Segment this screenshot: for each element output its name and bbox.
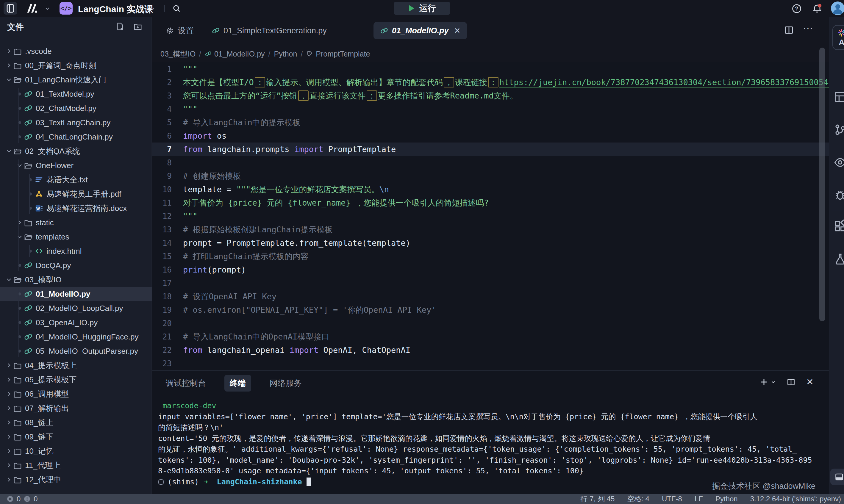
- notifications-bell-icon[interactable]: [812, 3, 823, 14]
- status-item[interactable]: Python: [715, 495, 738, 503]
- breadcrumb-item-Python[interactable]: Python: [274, 50, 297, 58]
- breadcrumb-label: 01_ModelIO.py: [214, 50, 265, 58]
- chevron-right-icon[interactable]: [5, 433, 13, 440]
- chevron-down-icon[interactable]: [5, 148, 13, 155]
- tree-item-10_记忆[interactable]: 10_记忆: [0, 444, 152, 458]
- layout-icon[interactable]: [833, 90, 844, 104]
- tree-item-易速鲜花运营指南.docx[interactable]: W易速鲜花运营指南.docx: [0, 201, 152, 215]
- tree-item-01_ModelIO.py[interactable]: 01_ModelIO.py: [0, 287, 152, 301]
- chevron-right-icon[interactable]: [5, 362, 13, 369]
- tree-item-12_代理中[interactable]: 12_代理中: [0, 472, 152, 487]
- tree-item-02_ChatModel.py[interactable]: 02_ChatModel.py: [0, 101, 152, 115]
- watch-eye-icon[interactable]: [833, 156, 844, 169]
- tree-item-05_ModelIO_OutputParser.py[interactable]: 05_ModelIO_OutputParser.py: [0, 344, 152, 358]
- tree-item-03_OpenAI_IO.py[interactable]: 03_OpenAI_IO.py: [0, 316, 152, 330]
- status-item[interactable]: LF: [695, 495, 703, 503]
- help-icon[interactable]: ?: [792, 4, 802, 14]
- chevron-right-icon[interactable]: [5, 376, 13, 383]
- run-button[interactable]: 运行: [394, 2, 450, 15]
- user-avatar[interactable]: [831, 1, 844, 15]
- chevron-right-icon[interactable]: [5, 404, 13, 412]
- chevron-right-icon[interactable]: [16, 219, 24, 226]
- tree-item-index.html[interactable]: index.html: [0, 244, 152, 258]
- tree-item-花语大全.txt[interactable]: 花语大全.txt: [0, 173, 152, 187]
- tree-item-06_调用模型[interactable]: 06_调用模型: [0, 387, 152, 401]
- chevron-down-icon[interactable]: [5, 76, 13, 83]
- vertical-scrollbar[interactable]: [819, 48, 825, 321]
- toggle-panel-button[interactable]: [830, 469, 844, 485]
- breadcrumb-item-PromptTemplate[interactable]: PromptTemplate: [306, 50, 370, 58]
- source-control-icon[interactable]: [833, 123, 844, 136]
- chevron-right-icon[interactable]: [5, 462, 13, 469]
- panel-tab-调试控制台[interactable]: 调试控制台: [160, 375, 211, 392]
- tree-item-templates[interactable]: templates: [0, 230, 152, 244]
- tree-item-04_ModelIO_HuggingFace.py[interactable]: 04_ModelIO_HuggingFace.py: [0, 330, 152, 344]
- chevron-right-icon[interactable]: [5, 419, 13, 426]
- ai-assistant-button[interactable]: A: [832, 25, 844, 50]
- search-icon[interactable]: [172, 4, 181, 13]
- chevron-right-icon[interactable]: [5, 62, 13, 69]
- tree-item-11_代理上[interactable]: 11_代理上: [0, 458, 152, 472]
- new-terminal-button[interactable]: [760, 378, 776, 386]
- breadcrumb-item-01_ModelIO.py[interactable]: 01_ModelIO.py: [205, 50, 265, 58]
- tree-item-05_提示模板下[interactable]: 05_提示模板下: [0, 373, 152, 387]
- tree-item-label: 花语大全.txt: [47, 175, 88, 185]
- tree-item-04_提示模板上[interactable]: 04_提示模板上: [0, 358, 152, 373]
- chevron-right-icon[interactable]: [5, 390, 13, 397]
- panel-tab-终端[interactable]: 终端: [225, 375, 251, 392]
- panel-tab-网络服务[interactable]: 网络服务: [264, 375, 307, 392]
- new-folder-icon[interactable]: [133, 22, 142, 31]
- debug-bug-icon[interactable]: [833, 188, 844, 202]
- tree-item-.vscode[interactable]: .vscode: [0, 44, 152, 58]
- tree-item-02_ModelIO_LoopCall.py[interactable]: 02_ModelIO_LoopCall.py: [0, 301, 152, 316]
- status-item[interactable]: 3.12.2 64-bit ('shims': pyenv): [750, 495, 841, 503]
- tree-item-07_解析输出[interactable]: 07_解析输出: [0, 401, 152, 415]
- tree-item-04_ChatLongChain.py[interactable]: 04_ChatLongChain.py: [0, 130, 152, 144]
- editor-tab-01_SimpleTextGeneration.py[interactable]: 01_SimpleTextGeneration.py: [205, 22, 333, 39]
- tree-item-01_LangChain快速入门[interactable]: 01_LangChain快速入门: [0, 73, 152, 87]
- project-chevron-icon[interactable]: [149, 5, 156, 12]
- tree-item-09_链下[interactable]: 09_链下: [0, 430, 152, 444]
- tree-item-01_TextModel.py[interactable]: 01_TextModel.py: [0, 87, 152, 101]
- tree-item-08_链上[interactable]: 08_链上: [0, 415, 152, 430]
- chevron-down-icon[interactable]: [16, 162, 24, 169]
- problems-summary[interactable]: 0 0: [6, 495, 38, 503]
- tree-item-OneFlower[interactable]: OneFlower: [0, 158, 152, 173]
- ai-sparkle-icon: [837, 28, 844, 37]
- status-item[interactable]: 空格: 4: [627, 494, 649, 504]
- terminal-output[interactable]: marscode-devinput_variables=['flower_nam…: [158, 400, 825, 493]
- editor-tab-01_ModelIO.py[interactable]: 01_ModelIO.py✕: [374, 22, 467, 39]
- run-button-label: 运行: [419, 3, 436, 14]
- tree-item-易速鲜花员工手册.pdf[interactable]: 易速鲜花员工手册.pdf: [0, 187, 152, 201]
- chevron-down-icon[interactable]: [16, 233, 24, 240]
- chevron-right-icon[interactable]: [5, 448, 13, 455]
- tree-item-static[interactable]: static: [0, 215, 152, 230]
- breadcrumb-item-03_模型IO[interactable]: 03_模型IO: [160, 49, 196, 59]
- new-file-icon[interactable]: [115, 22, 124, 31]
- close-tab-icon[interactable]: ✕: [454, 26, 461, 35]
- chevron-right-icon[interactable]: [5, 476, 13, 483]
- status-item[interactable]: 行 7, 列 45: [581, 494, 615, 504]
- tree-item-02_文档QA系统[interactable]: 02_文档QA系统: [0, 144, 152, 158]
- tree-item-03_TextLangChain.py[interactable]: 03_TextLangChain.py: [0, 115, 152, 130]
- chevron-right-icon[interactable]: [5, 48, 13, 55]
- editor-tab-设置[interactable]: 设置: [159, 22, 200, 39]
- tree-item-00_开篇词_奇点时刻[interactable]: 00_开篇词_奇点时刻: [0, 58, 152, 73]
- chevron-down-icon[interactable]: [5, 276, 13, 283]
- tree-item-DocQA.py[interactable]: DocQA.py: [0, 258, 152, 272]
- code-text: # 设置OpenAI API Key: [183, 291, 276, 302]
- extensions-icon[interactable]: [833, 220, 844, 233]
- test-flask-icon[interactable]: [833, 252, 844, 265]
- status-item[interactable]: UTF-8: [662, 495, 682, 503]
- indent-guide: [18, 88, 19, 143]
- split-editor-icon[interactable]: [784, 25, 794, 35]
- chevron-down-icon[interactable]: [771, 379, 776, 385]
- tree-item-03_模型IO[interactable]: 03_模型IO: [0, 272, 152, 287]
- workspace-chevron-icon[interactable]: [44, 5, 51, 12]
- marscode-logo[interactable]: [25, 2, 38, 14]
- sidebar-toggle-button[interactable]: [4, 2, 17, 15]
- code-editor[interactable]: 1"""2本文件是【模型I/O：输入提示、调用模型、解析输出】章节的配套代码，课…: [152, 62, 829, 387]
- more-actions-icon[interactable]: ⋯: [803, 22, 814, 34]
- split-panel-icon[interactable]: [787, 378, 795, 386]
- close-panel-icon[interactable]: ✕: [806, 377, 814, 387]
